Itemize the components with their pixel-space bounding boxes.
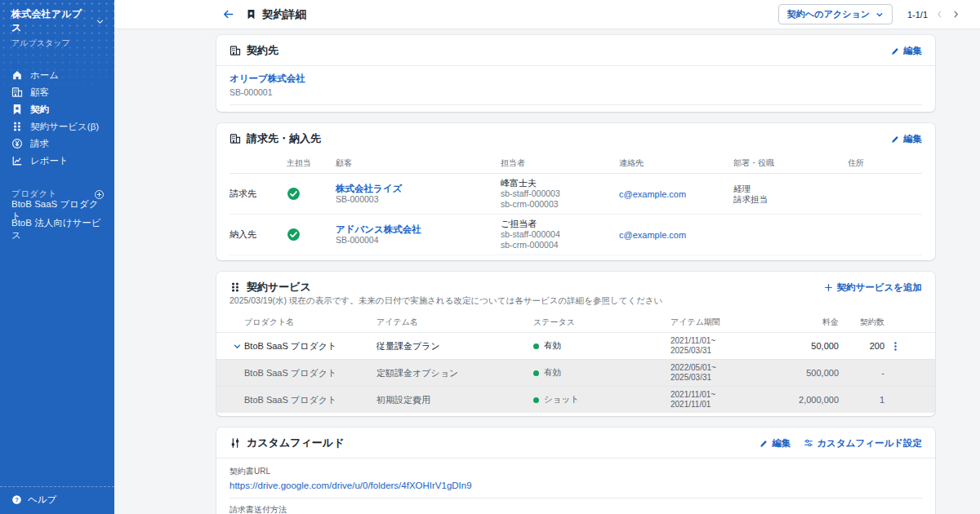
collapse-row-icon[interactable]: [216, 342, 244, 351]
card-title: 契約先: [247, 43, 278, 58]
pencil-icon: [891, 135, 900, 144]
report-chart-icon: [11, 155, 23, 166]
contract-actions-button[interactable]: 契約へのアクション: [778, 4, 893, 24]
pagination-next-icon[interactable]: [951, 10, 960, 19]
sidebar-item-contracts[interactable]: 契約: [0, 101, 114, 117]
sidebar-item-label: ホーム: [30, 69, 59, 82]
home-icon: [11, 69, 23, 81]
main-area: 契約詳細 契約へのアクション 1-1/1 契約先: [114, 0, 980, 514]
sliders-icon: [229, 437, 241, 449]
row-type: 請求先: [229, 188, 287, 200]
contract-url-link[interactable]: https://drive.google.com/drive/u/0/folde…: [229, 481, 922, 490]
sidebar: 株式会社アルプス アルプスタッフ ホーム 顧客 契約 契約サービス(β): [0, 0, 114, 514]
customer-code: SB-000004: [336, 235, 501, 246]
sidebar-item-label: 契約サービス(β): [30, 121, 99, 133]
contract-party-company-link[interactable]: オリーブ株式会社: [229, 73, 922, 85]
app-window: 株式会社アルプス アルプスタッフ ホーム 顧客 契約 契約サービス(β): [0, 0, 980, 514]
edit-billing-button[interactable]: 編集: [891, 133, 922, 145]
pagination: 1-1/1: [907, 10, 960, 20]
contract-count: -: [839, 368, 884, 378]
sidebar-item-contract-services[interactable]: 契約サービス(β): [0, 118, 114, 135]
customer-link[interactable]: 株式会社ライズ: [336, 184, 501, 194]
card-title: カスタムフィールド: [247, 436, 344, 450]
status-label: 有効: [544, 340, 561, 352]
item-name: 定額課金オプション: [376, 367, 533, 379]
add-contract-service-button[interactable]: 契約サービスを追加: [824, 281, 922, 294]
card-title: 請求先・納入先: [247, 131, 321, 146]
billing-delivery-card: 請求先・納入先 編集 主担当 顧客 担当者 連絡先: [216, 123, 935, 260]
field-label: 請求書送付方法: [229, 504, 922, 514]
status-dot: [533, 370, 539, 376]
sidebar-item-customers[interactable]: 顧客: [0, 84, 114, 100]
status-label: ショット: [544, 394, 579, 405]
contract-actions-label: 契約へのアクション: [787, 8, 870, 20]
row-menu-icon[interactable]: [890, 341, 909, 352]
billing-table: 主担当 顧客 担当者 連絡先 部署・役職 住所 請求先 株式会社ライズ SB-0…: [216, 153, 935, 260]
col-dept: 部署・役職: [733, 157, 848, 169]
contract-party-card: 契約先 編集 オリーブ株式会社 SB-000001: [216, 35, 935, 112]
building-icon: [229, 133, 241, 144]
person-name: ご担当者: [501, 219, 619, 229]
page-content: 契約先 編集 オリーブ株式会社 SB-000001: [114, 29, 980, 514]
chevron-down-icon: [96, 17, 105, 26]
sidebar-item-billing[interactable]: 請求: [0, 135, 114, 152]
person-name: 峰富士夫: [501, 178, 619, 188]
status-dot: [533, 397, 539, 403]
row-type: 納入先: [229, 228, 287, 241]
pagination-label: 1-1/1: [907, 10, 928, 20]
edit-custom-fields-button[interactable]: 編集: [760, 437, 791, 450]
contract-services-card: 契約サービス 契約サービスを追加 2025/03/19(水) 現在の表示です。未…: [216, 272, 935, 416]
contract-party-code: SB-000001: [229, 87, 922, 97]
dept-line: 経理: [733, 184, 848, 194]
custom-fields-list: 契約書URL https://drive.google.com/drive/u/…: [216, 459, 935, 514]
plus-icon: [824, 283, 833, 292]
sidebar-item-home[interactable]: ホーム: [0, 67, 114, 83]
grid-dots-icon: [11, 121, 23, 132]
add-label: 契約サービスを追加: [836, 281, 922, 294]
pagination-prev-icon[interactable]: [935, 10, 944, 19]
sidebar-product-btob-corporate[interactable]: BtoB 法人向けサービス: [0, 220, 114, 237]
sidebar-nav: ホーム 顧客 契約 契約サービス(β) 請求 レポート: [0, 67, 114, 169]
edit-label: 編集: [903, 133, 922, 145]
period-end: 2021/11/01: [670, 400, 767, 410]
help-icon: ?: [11, 494, 22, 505]
custom-fields-card: カスタムフィールド 編集 カスタムフィールド設定 契約: [216, 428, 935, 514]
customer-link[interactable]: アドバンス株式会社: [336, 224, 501, 235]
col-product: プロダクト名: [244, 317, 376, 328]
help-label: ヘルプ: [28, 494, 56, 506]
custom-fields-settings-button[interactable]: カスタムフィールド設定: [804, 437, 922, 450]
customer-code: SB-000003: [336, 194, 501, 205]
bookmark-star-icon: [11, 104, 23, 115]
crm-code: sb-crm-000004: [501, 240, 619, 250]
back-arrow-icon[interactable]: [222, 8, 234, 20]
period-start: 2022/05/01~: [670, 363, 767, 373]
service-row: BtoB SaaS プロダクト 定額課金オプション 有効 2022/05/01~…: [216, 359, 935, 386]
custom-field: 請求書送付方法 メール送付: [229, 498, 922, 514]
table-row: 納入先 アドバンス株式会社 SB-000004 ご担当者 sb-staff-00…: [229, 215, 922, 255]
edit-contract-party-button[interactable]: 編集: [891, 45, 922, 57]
field-label: 契約書URL: [229, 466, 922, 477]
contact-email-link[interactable]: c@example.com: [619, 230, 733, 240]
org-subtitle: アルプスタッフ: [11, 38, 105, 49]
sidebar-item-label: 契約: [30, 104, 49, 116]
period-end: 2025/03/31: [670, 373, 767, 383]
yen-coin-icon: [11, 138, 23, 149]
col-period: アイテム期間: [670, 317, 767, 328]
building-icon: [229, 45, 241, 56]
org-name: 株式会社アルプス: [11, 7, 91, 35]
main-check-icon: [287, 228, 336, 241]
add-product-button[interactable]: [94, 189, 105, 200]
billing-table-header: 主担当 顧客 担当者 連絡先 部署・役職 住所: [229, 153, 922, 174]
org-switcher[interactable]: 株式会社アルプス アルプスタッフ: [0, 0, 114, 49]
contract-count: 1: [839, 395, 884, 405]
help-button[interactable]: ? ヘルプ: [0, 486, 114, 514]
item-name: 従量課金プラン: [376, 340, 533, 352]
sidebar-item-reports[interactable]: レポート: [0, 153, 114, 169]
staff-code: sb-staff-000003: [501, 188, 619, 199]
services-note: 2025/03/19(水) 現在の表示です。未来の日付で実施される改定については…: [216, 295, 935, 313]
pencil-icon: [760, 439, 768, 448]
contact-email-link[interactable]: c@example.com: [619, 189, 733, 199]
service-row: BtoB SaaS プロダクト 従量課金プラン 有効 2021/11/01~20…: [216, 333, 935, 359]
contract-count: 200: [839, 341, 884, 351]
col-item: アイテム名: [376, 317, 533, 328]
